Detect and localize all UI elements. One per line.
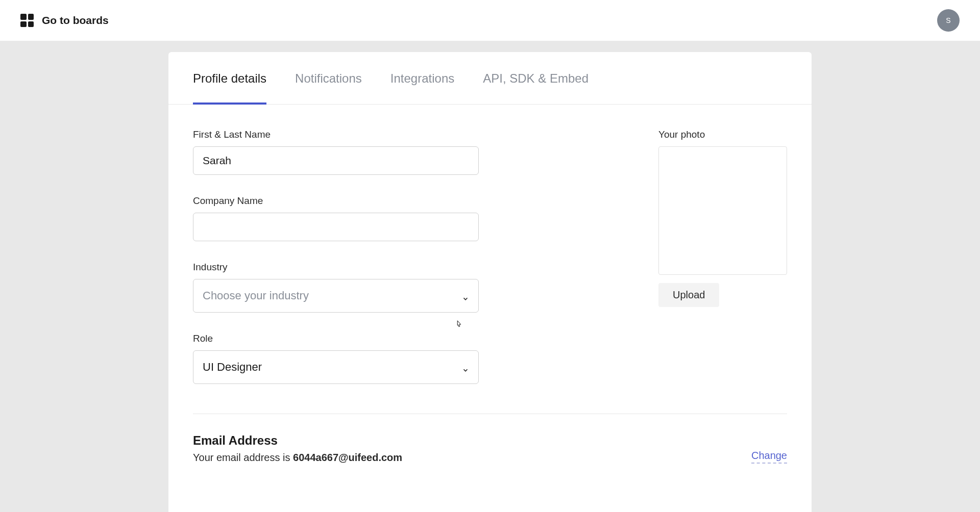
form-group-industry: Industry Choose your industry (193, 262, 479, 313)
name-input[interactable] (193, 146, 479, 175)
go-to-boards-link[interactable]: Go to boards (20, 14, 109, 27)
role-select[interactable]: UI Designer (193, 350, 479, 384)
upload-label: Upload (673, 289, 705, 300)
change-label: Change (751, 450, 787, 461)
go-to-boards-label: Go to boards (42, 14, 109, 27)
tab-label: API, SDK & Embed (483, 71, 589, 85)
form-column: First & Last Name Company Name Industry … (193, 129, 479, 404)
email-info: Email Address Your email address is 6044… (193, 433, 402, 464)
upload-button[interactable]: Upload (658, 283, 719, 307)
industry-select[interactable]: Choose your industry (193, 279, 479, 313)
form-group-role: Role UI Designer (193, 333, 479, 384)
tabs: Profile details Notifications Integratio… (168, 52, 812, 105)
top-header: Go to boards S (0, 0, 980, 41)
email-prefix: Your email address is (193, 452, 293, 463)
settings-body: First & Last Name Company Name Industry … (168, 105, 812, 404)
tab-integrations[interactable]: Integrations (390, 52, 454, 104)
name-label: First & Last Name (193, 129, 479, 140)
role-value: UI Designer (203, 361, 262, 374)
email-value: 6044a667@uifeed.com (293, 452, 402, 463)
email-heading: Email Address (193, 433, 402, 448)
tab-label: Integrations (390, 71, 454, 85)
email-text: Your email address is 6044a667@uifeed.co… (193, 452, 402, 464)
industry-placeholder: Choose your industry (203, 289, 309, 302)
photo-preview (658, 146, 787, 275)
industry-label: Industry (193, 262, 479, 273)
settings-card: Profile details Notifications Integratio… (168, 52, 812, 512)
photo-column: Your photo Upload (499, 129, 787, 404)
role-label: Role (193, 333, 479, 344)
chevron-down-icon (462, 292, 469, 299)
tab-label: Notifications (295, 71, 362, 85)
company-input[interactable] (193, 213, 479, 241)
tab-label: Profile details (193, 71, 266, 85)
company-label: Company Name (193, 195, 479, 207)
boards-grid-icon (20, 14, 34, 27)
avatar-initial: S (946, 16, 950, 24)
photo-section: Your photo Upload (658, 129, 787, 404)
avatar[interactable]: S (937, 9, 960, 32)
form-group-company: Company Name (193, 195, 479, 241)
tab-profile-details[interactable]: Profile details (193, 52, 266, 104)
tab-notifications[interactable]: Notifications (295, 52, 362, 104)
chevron-down-icon (462, 364, 469, 371)
photo-label: Your photo (658, 129, 787, 140)
email-section: Email Address Your email address is 6044… (168, 414, 812, 464)
change-email-link[interactable]: Change (751, 450, 787, 464)
tab-api-sdk-embed[interactable]: API, SDK & Embed (483, 52, 589, 104)
form-group-name: First & Last Name (193, 129, 479, 175)
